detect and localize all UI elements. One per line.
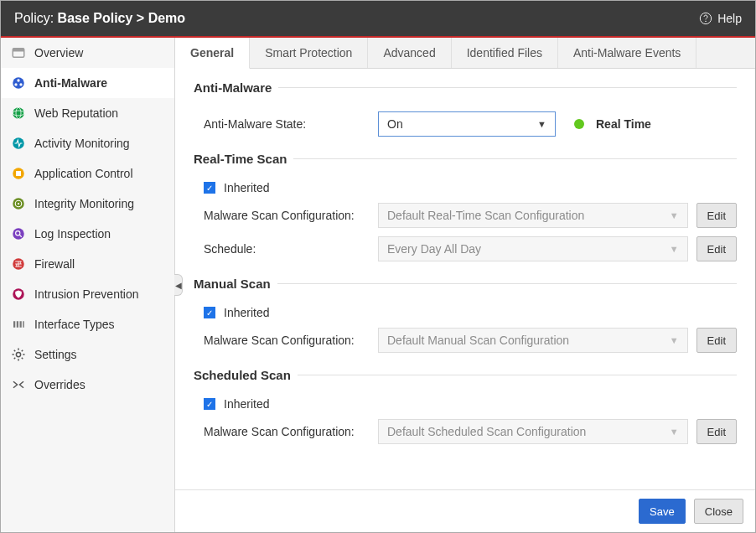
realtime-config-value: Default Real-Time Scan Configuration [387, 209, 584, 222]
manual-config-edit-button[interactable]: Edit [696, 328, 737, 353]
tab-general[interactable]: General [175, 38, 250, 69]
sidebar-item-label: Overview [34, 46, 83, 60]
help-icon [699, 12, 712, 25]
activity-icon [11, 136, 26, 151]
svg-rect-22 [13, 321, 15, 328]
realtime-inherited-checkbox[interactable]: ✓ [204, 182, 215, 194]
sidebar-item-log-inspection[interactable]: Log Inspection [1, 219, 174, 249]
sidebar-item-interface-types[interactable]: Interface Types [1, 309, 174, 339]
app-icon [11, 166, 26, 181]
tab-advanced[interactable]: Advanced [368, 38, 451, 68]
svg-point-26 [16, 352, 20, 356]
sidebar-item-activity-monitoring[interactable]: Activity Monitoring [1, 128, 174, 158]
svg-rect-25 [23, 321, 24, 328]
breadcrumb: Base Policy > Demo [58, 11, 186, 25]
sidebar-item-label: Overrides [34, 378, 85, 391]
svg-point-6 [14, 83, 17, 85]
biohazard-icon [11, 75, 26, 91]
tab-identified-files[interactable]: Identified Files [452, 38, 558, 68]
realtime-legend: Real-Time Scan [194, 152, 293, 166]
help-label: Help [717, 12, 742, 25]
sidebar-item-label: Web Reputation [34, 106, 118, 120]
svg-rect-13 [16, 171, 21, 176]
chevron-down-icon: ▼ [670, 335, 679, 345]
target-icon [11, 196, 26, 211]
sidebar-item-label: Application Control [34, 167, 133, 180]
chevron-down-icon: ▼ [670, 210, 679, 220]
header-bar: Policy: Base Policy > Demo Help [1, 1, 755, 38]
chevron-left-icon: ◀ [175, 281, 182, 290]
sidebar-item-overview[interactable]: Overview [1, 38, 174, 68]
sidebar-item-label: Intrusion Prevention [34, 287, 139, 301]
scheduled-inherited-checkbox[interactable]: ✓ [204, 398, 215, 410]
scheduled-config-value: Default Scheduled Scan Configuration [387, 425, 586, 438]
manual-config-value: Default Manual Scan Configuration [387, 334, 569, 347]
interface-icon [11, 317, 26, 332]
gear-icon [11, 347, 26, 362]
status-indicator-icon [574, 119, 584, 129]
realtime-schedule-edit-button[interactable]: Edit [696, 236, 737, 261]
sidebar-item-label: Settings [34, 348, 77, 361]
svg-point-5 [17, 79, 19, 81]
sidebar-item-label: Log Inspection [34, 227, 111, 241]
manual-legend: Manual Scan [194, 277, 277, 291]
page-title: Policy: Base Policy > Demo [14, 11, 185, 26]
sidebar-item-settings[interactable]: Settings [1, 339, 174, 370]
status-text: Real Time [596, 117, 651, 131]
svg-rect-3 [13, 49, 24, 52]
overrides-icon [11, 377, 26, 392]
chevron-down-icon: ▼ [670, 427, 679, 437]
close-button[interactable]: Close [694, 499, 743, 524]
antimalware-section: Anti-Malware Anti-Malware State: On ▼ Re… [194, 80, 737, 137]
sidebar-item-anti-malware[interactable]: Anti-Malware [1, 68, 174, 98]
antimalware-state-select[interactable]: On ▼ [378, 111, 556, 137]
svg-point-1 [706, 21, 707, 22]
scheduled-legend: Scheduled Scan [194, 368, 298, 382]
tab-smart-protection[interactable]: Smart Protection [250, 38, 368, 68]
firewall-icon [11, 256, 26, 272]
magnifier-icon [11, 226, 26, 241]
footer: Save Close [175, 489, 755, 532]
svg-point-4 [13, 77, 24, 89]
scheduled-config-select: Default Scheduled Scan Configuration ▼ [378, 419, 688, 444]
sidebar-item-label: Firewall [34, 257, 75, 271]
realtime-config-select: Default Real-Time Scan Configuration ▼ [378, 203, 688, 228]
realtime-scan-section: Real-Time Scan ✓ Inherited Malware Scan … [194, 152, 737, 261]
svg-point-16 [18, 203, 19, 204]
manual-inherited-checkbox[interactable]: ✓ [204, 307, 215, 318]
scheduled-config-edit-button[interactable]: Edit [696, 419, 737, 444]
chevron-down-icon: ▼ [537, 119, 546, 129]
sidebar-item-overrides[interactable]: Overrides [1, 370, 174, 400]
realtime-schedule-value: Every Day All Day [387, 242, 481, 256]
tabs: GeneralSmart ProtectionAdvancedIdentifie… [175, 38, 755, 69]
manual-scan-section: Manual Scan ✓ Inherited Malware Scan Con… [194, 277, 737, 353]
realtime-config-edit-button[interactable]: Edit [696, 203, 737, 228]
tab-anti-malware-events[interactable]: Anti-Malware Events [558, 38, 696, 68]
save-button[interactable]: Save [639, 499, 686, 524]
sidebar-item-label: Activity Monitoring [34, 137, 130, 150]
help-link[interactable]: Help [699, 12, 742, 25]
sidebar-item-label: Interface Types [34, 318, 114, 331]
svg-point-8 [13, 107, 24, 119]
chevron-down-icon: ▼ [670, 244, 679, 254]
content: Anti-Malware Anti-Malware State: On ▼ Re… [175, 69, 755, 489]
sidebar-item-web-reputation[interactable]: Web Reputation [1, 98, 174, 128]
sidebar-item-firewall[interactable]: Firewall [1, 249, 174, 279]
sidebar-item-label: Integrity Monitoring [34, 197, 134, 210]
sidebar-item-intrusion-prevention[interactable]: Intrusion Prevention [1, 279, 174, 309]
sidebar-item-integrity-monitoring[interactable]: Integrity Monitoring [1, 189, 174, 219]
sidebar-collapse-handle[interactable]: ◀ [174, 274, 183, 296]
svg-rect-24 [20, 321, 22, 328]
title-prefix: Policy: [14, 11, 58, 25]
realtime-inherited-label: Inherited [224, 181, 269, 194]
sidebar-item-application-control[interactable]: Application Control [1, 158, 174, 189]
sidebar-item-label: Anti-Malware [34, 76, 107, 90]
manual-config-select: Default Manual Scan Configuration ▼ [378, 328, 688, 353]
antimalware-state-label: Anti-Malware State: [204, 117, 378, 131]
scheduled-inherited-label: Inherited [224, 397, 269, 411]
realtime-schedule-select: Every Day All Day ▼ [378, 236, 688, 261]
realtime-config-label: Malware Scan Configuration: [204, 209, 378, 222]
shield-icon [11, 287, 26, 302]
antimalware-state-value: On [387, 117, 403, 131]
card-icon [11, 45, 26, 60]
